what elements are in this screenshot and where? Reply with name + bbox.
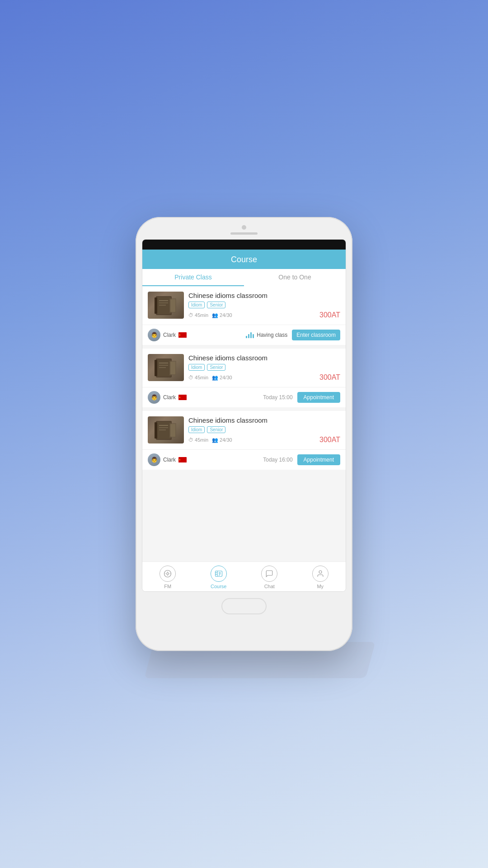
svg-rect-21: [157, 422, 171, 439]
course-action-row-1: 👨 Clark: [142, 325, 346, 345]
fm-icon: [160, 566, 176, 582]
fm-label: FM: [164, 584, 171, 589]
course-meta-left-3: ⏱ 45min 👥 24/30: [188, 437, 232, 443]
course-info-2: Chinese idioms classroom Idiom Senior ⏱ …: [142, 349, 346, 387]
tag-senior-3: Senior: [207, 426, 225, 433]
svg-point-36: [319, 571, 322, 573]
phone-screen: Course Private Class One to One: [142, 239, 346, 592]
teacher-name-2: Clark: [163, 394, 176, 401]
status-group-1: Having class: [246, 332, 287, 338]
my-label: My: [317, 584, 324, 589]
svg-rect-17: [170, 362, 175, 374]
course-meta-2: ⏱ 45min 👥 24/30 300AT: [188, 373, 340, 382]
tag-idiom-2: Idiom: [188, 364, 205, 371]
duration-2: ⏱ 45min: [188, 375, 208, 381]
course-action-row-3: 👨 Clark Today 16:00 Appointment: [142, 449, 346, 470]
enter-classroom-button[interactable]: Enter classroom: [292, 330, 340, 340]
course-name-2: Chinese idioms classroom: [188, 354, 340, 362]
tab-bar: Private Class One to One: [142, 269, 346, 286]
course-card-2: Chinese idioms classroom Idiom Senior ⏱ …: [142, 349, 346, 407]
time-2: Today 15:00: [263, 394, 292, 401]
svg-rect-7: [170, 299, 175, 312]
price-3: 300AT: [319, 436, 340, 444]
svg-point-30: [167, 573, 169, 575]
teacher-avatar-2: 👨: [148, 391, 160, 404]
svg-rect-12: [155, 360, 157, 376]
course-thumbnail-2: [148, 354, 184, 381]
flag-1: [178, 332, 187, 338]
flag-2: [178, 395, 187, 400]
bottom-nav: FM Course: [142, 561, 346, 591]
speaker: [230, 232, 258, 235]
tag-senior-1: Senior: [207, 302, 225, 308]
course-card-1: Chinese idioms classroom Idiom Senior ⏱ …: [142, 286, 346, 345]
course-tags-1: Idiom Senior: [188, 302, 340, 308]
course-info-1: Chinese idioms classroom Idiom Senior ⏱ …: [142, 286, 346, 325]
appointment-button-1[interactable]: Appointment: [297, 392, 340, 403]
camera: [242, 225, 246, 230]
course-tags-3: Idiom Senior: [188, 426, 340, 433]
tag-senior-2: Senior: [207, 364, 225, 371]
course-details-1: Chinese idioms classroom Idiom Senior ⏱ …: [188, 292, 340, 319]
course-meta-left-1: ⏱ 45min 👥 24/30: [188, 312, 232, 318]
tab-private-class[interactable]: Private Class: [142, 269, 244, 286]
duration-3: ⏱ 45min: [188, 437, 208, 443]
app-header: Course Private Class One to One: [142, 250, 346, 286]
course-info-3: Chinese idioms classroom Idiom Senior ⏱ …: [142, 411, 346, 449]
nav-chat[interactable]: Chat: [244, 566, 295, 589]
having-class-text: Having class: [257, 332, 287, 338]
teacher-name-3: Clark: [163, 457, 176, 463]
course-label: Course: [211, 584, 226, 589]
teacher-avatar-3: 👨: [148, 453, 160, 466]
teacher-avatar-1: 👨: [148, 329, 160, 341]
status-bar: [142, 240, 346, 250]
svg-point-32: [219, 572, 221, 574]
teacher-info-1: 👨 Clark: [148, 329, 187, 341]
svg-rect-11: [157, 359, 171, 377]
svg-rect-18: [178, 396, 187, 400]
capacity-3: 👥 24/30: [212, 437, 232, 443]
home-button[interactable]: [221, 598, 267, 614]
tag-idiom-3: Idiom: [188, 426, 205, 433]
svg-rect-27: [170, 424, 175, 437]
flag-3: [178, 457, 187, 462]
course-list: Chinese idioms classroom Idiom Senior ⏱ …: [142, 286, 346, 561]
chat-icon: [261, 566, 277, 582]
svg-rect-31: [215, 571, 222, 576]
course-name-3: Chinese idioms classroom: [188, 416, 340, 424]
nav-fm[interactable]: FM: [142, 566, 193, 589]
course-thumbnail-3: [148, 416, 184, 443]
phone-device: Course Private Class One to One: [136, 217, 352, 651]
capacity-1: 👥 24/30: [212, 312, 232, 318]
price-2: 300AT: [319, 373, 340, 382]
course-details-3: Chinese idioms classroom Idiom Senior ⏱ …: [188, 416, 340, 444]
course-details-2: Chinese idioms classroom Idiom Senior ⏱ …: [188, 354, 340, 382]
svg-rect-1: [157, 297, 171, 314]
teacher-name-1: Clark: [163, 332, 176, 338]
tab-one-to-one[interactable]: One to One: [244, 269, 346, 286]
page-title: Course: [142, 255, 346, 269]
course-meta-3: ⏱ 45min 👥 24/30 300AT: [188, 436, 340, 444]
nav-my[interactable]: My: [295, 566, 346, 589]
svg-rect-28: [178, 458, 187, 462]
appointment-button-2[interactable]: Appointment: [297, 454, 340, 465]
course-action-row-2: 👨 Clark Today 15:00 Appointment: [142, 387, 346, 407]
course-icon: [211, 566, 227, 582]
teacher-info-3: 👨 Clark: [148, 453, 187, 466]
course-name-1: Chinese idioms classroom: [188, 292, 340, 299]
time-3: Today 16:00: [263, 457, 292, 463]
my-icon: [312, 566, 328, 582]
course-thumbnail-1: [148, 292, 184, 319]
svg-rect-22: [155, 422, 157, 439]
teacher-info-2: 👨 Clark: [148, 391, 187, 404]
course-meta-1: ⏱ 45min 👥 24/30 300AT: [188, 311, 340, 319]
course-meta-left-2: ⏱ 45min 👥 24/30: [188, 375, 232, 381]
capacity-2: 👥 24/30: [212, 375, 232, 381]
bar-chart-icon-1: [246, 332, 254, 338]
course-tags-2: Idiom Senior: [188, 364, 340, 371]
duration-1: ⏱ 45min: [188, 312, 208, 318]
price-1: 300AT: [319, 311, 340, 319]
nav-course[interactable]: Course: [193, 566, 244, 589]
svg-rect-8: [178, 333, 187, 338]
chat-label: Chat: [264, 584, 275, 589]
